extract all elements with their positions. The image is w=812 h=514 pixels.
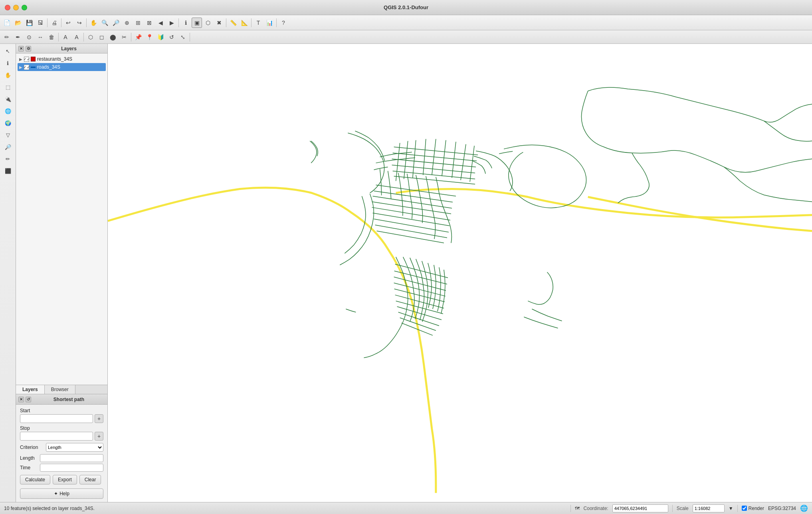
new-project-btn[interactable]: 📄 (2, 18, 12, 28)
stop-input[interactable] (20, 432, 93, 441)
tile-scale-btn[interactable]: 📊 (264, 18, 275, 28)
delete-btn[interactable]: 🗑 (46, 32, 57, 42)
zoom-prev-btn[interactable]: ◀ (155, 18, 166, 28)
filter-tool[interactable]: ▽ (2, 129, 14, 140)
tab-browser[interactable]: Browser (45, 385, 75, 394)
layers-title: Layers (33, 46, 105, 51)
left-toolbox: ↖ ℹ ✋ ⬚ 🔌 🌐 🌍 ▽ 🔎 ✏ ⬛ (0, 44, 16, 502)
add-text-btn[interactable]: T (253, 18, 263, 28)
start-row: Start + (20, 408, 103, 423)
calculate-btn[interactable]: Calculate (20, 475, 50, 484)
render-label: Render (749, 506, 764, 511)
criterion-row: Criterion Length Time (20, 443, 103, 452)
layer-item-restaurants[interactable]: ▶ ✓ restaurants_34S (18, 55, 106, 63)
layers-header: ✕ ⚙ Layers (16, 44, 107, 53)
render-check: Render (742, 506, 764, 511)
zoom-next-btn[interactable]: ▶ (166, 18, 177, 28)
select-rect-btn[interactable]: ▣ (192, 18, 202, 28)
coordinate-input[interactable] (612, 504, 668, 512)
search-tool[interactable]: 🔎 (2, 141, 14, 152)
layer-check-restaurants[interactable]: ✓ (24, 57, 29, 62)
cursor-tool[interactable]: ↖ (2, 45, 14, 57)
crs-icon[interactable]: 🌐 (800, 504, 808, 512)
identify-btn[interactable]: ℹ (180, 18, 191, 28)
node-tool-btn[interactable]: ⊙ (24, 32, 34, 42)
zoom-selection-btn[interactable]: ⊞ (133, 18, 143, 28)
pin-btn[interactable]: 📌 (133, 32, 143, 42)
digitize3-btn[interactable]: ⬤ (108, 32, 118, 42)
deselect-btn[interactable]: ✖ (214, 18, 224, 28)
edit-2-btn[interactable]: ✒ (13, 32, 23, 42)
select-tool[interactable]: ⬚ (2, 81, 14, 93)
zoom-out-btn[interactable]: 🔎 (111, 18, 121, 28)
status-sep1 (570, 505, 571, 512)
move-feature-btn[interactable]: ↔ (35, 32, 46, 42)
start-input[interactable] (20, 414, 93, 423)
start-label: Start (20, 408, 103, 413)
stop-plus-btn[interactable]: + (95, 432, 103, 441)
help-btn[interactable]: ? (278, 18, 289, 28)
start-plus-btn[interactable]: + (95, 414, 103, 423)
scale-input[interactable] (693, 504, 725, 512)
select-poly-btn[interactable]: ⬡ (203, 18, 213, 28)
label2-btn[interactable]: A (71, 32, 82, 42)
open-project-btn[interactable]: 📂 (13, 18, 23, 28)
main-content: ↖ ℹ ✋ ⬚ 🔌 🌐 🌍 ▽ 🔎 ✏ ⬛ ✕ ⚙ Layers ▶ ✓ (0, 44, 812, 502)
save-as-btn[interactable]: 🖫 (35, 18, 46, 28)
save-project-btn[interactable]: 💾 (24, 18, 34, 28)
label-tool-btn[interactable]: A (60, 32, 71, 42)
maximize-button[interactable] (22, 5, 27, 10)
red-box-tool[interactable]: ⬛ (2, 165, 14, 176)
scale-btn[interactable]: ⤡ (178, 32, 188, 42)
criterion-select[interactable]: Length Time (46, 443, 103, 452)
digitize-btn[interactable]: ⬡ (85, 32, 96, 42)
layers-close-btn[interactable]: ✕ (18, 46, 24, 51)
redo-btn[interactable]: ↪ (74, 18, 85, 28)
epsg-label: EPSG:32734 (768, 506, 796, 511)
print-btn[interactable]: 🖨 (49, 18, 59, 28)
layers-settings-btn[interactable]: ⚙ (26, 46, 31, 51)
map-canvas[interactable] (108, 44, 812, 502)
layer-check-roads[interactable]: ✓ (24, 65, 29, 70)
scale-label: Scale (677, 506, 689, 511)
close-button[interactable] (5, 5, 10, 10)
pencil-tool[interactable]: ✏ (2, 153, 14, 164)
pan-tool[interactable]: ✋ (88, 18, 99, 28)
info-tool[interactable]: ℹ (2, 57, 14, 69)
globe-tool[interactable]: 🌐 (2, 105, 14, 117)
help-btn[interactable]: ✦ Help (20, 488, 103, 499)
measure-btn[interactable]: 📏 (228, 18, 238, 28)
scale-dropdown-icon[interactable]: ▼ (729, 506, 733, 511)
clear-btn[interactable]: Clear (79, 475, 101, 484)
rotate-btn[interactable]: ↺ (166, 32, 177, 42)
panel-title: Shortest path (33, 397, 105, 402)
panel-close-btn[interactable]: ✕ (18, 397, 24, 402)
clip-btn[interactable]: ✂ (119, 32, 129, 42)
panel-header: ✕ ↺ Shortest path (16, 394, 107, 405)
layer-item-roads[interactable]: ▶ ✓ roads_34S (18, 63, 106, 71)
zoom-full-btn[interactable]: ⊕ (122, 18, 132, 28)
render-checkbox[interactable] (742, 506, 747, 511)
digitize2-btn[interactable]: ◻ (97, 32, 107, 42)
hand-tool[interactable]: ✋ (2, 69, 14, 81)
zoom-layer-btn[interactable]: ⊠ (144, 18, 154, 28)
tab-layers[interactable]: Layers (16, 385, 45, 394)
panel-refresh-btn[interactable]: ↺ (26, 397, 31, 402)
sep5 (226, 18, 226, 27)
minimize-button[interactable] (13, 5, 19, 10)
export-btn[interactable]: Export (53, 475, 77, 484)
plugin-tool[interactable]: 🔌 (2, 93, 14, 105)
sep7 (276, 18, 277, 27)
edit-pen-btn[interactable]: ✏ (2, 32, 12, 42)
zoom-in-btn[interactable]: 🔍 (99, 18, 110, 28)
expand-icon-roads: ▶ (19, 65, 22, 69)
pin3-btn[interactable]: 🔰 (155, 32, 166, 42)
pin2-btn[interactable]: 📍 (144, 32, 154, 42)
measure-area-btn[interactable]: 📐 (239, 18, 250, 28)
sep6 (251, 18, 252, 27)
undo-btn[interactable]: ↩ (63, 18, 73, 28)
main-toolbar: 📄 📂 💾 🖫 🖨 ↩ ↪ ✋ 🔍 🔎 ⊕ ⊞ ⊠ ◀ ▶ ℹ ▣ ⬡ ✖ 📏 … (0, 15, 812, 30)
globe2-tool[interactable]: 🌍 (2, 117, 14, 128)
time-value (40, 464, 103, 472)
titlebar: QGIS 2.0.1-Dufour (0, 0, 812, 15)
